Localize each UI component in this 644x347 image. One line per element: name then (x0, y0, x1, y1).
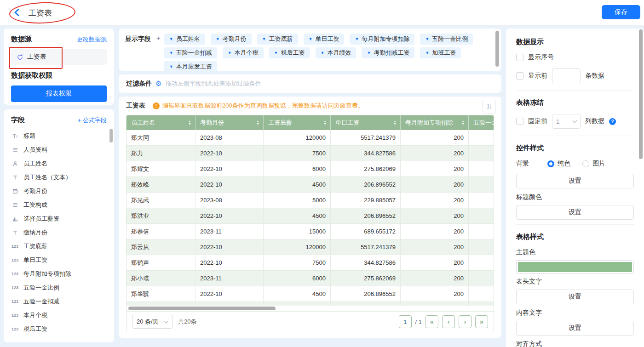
title-color-set-button[interactable]: 设置 (516, 205, 634, 220)
first-page-button[interactable]: « (426, 315, 438, 328)
table-cell: 2022-10 (196, 255, 264, 270)
table-row[interactable]: 郑力2022-107500344.827586200 (126, 146, 494, 161)
sort-carets-icon[interactable]: ▲▼ (461, 120, 465, 125)
table-cell: 2022-10 (196, 161, 264, 176)
change-datasource-link[interactable]: 更改数据源 (77, 35, 107, 44)
display-field-tag[interactable]: ▼本月绩效 (316, 47, 356, 58)
next-page-button[interactable]: › (459, 315, 472, 328)
sort-carets-icon[interactable]: ▲▼ (323, 120, 327, 125)
list-icon (11, 147, 19, 153)
field-item[interactable]: 考勤月份 (4, 184, 114, 198)
table-cell: 郑肇骥 (126, 286, 196, 301)
sort-icon[interactable]: 1↓ (482, 100, 496, 114)
field-item[interactable]: 123单日工资 (4, 253, 114, 267)
save-button[interactable]: 保存 (602, 5, 640, 19)
field-item[interactable]: 人员资料 (4, 143, 114, 157)
page-size-select[interactable]: 20 条/页 (132, 315, 172, 329)
show-index-checkbox[interactable] (516, 54, 523, 61)
filter-panel: 过滤条件 ⚙ 拖动左侧字段到此处来添加过滤条件 (119, 74, 501, 93)
image-label: 图片 (592, 159, 605, 168)
display-field-tag[interactable]: ▼工资底薪 (257, 34, 298, 45)
divider (516, 224, 634, 225)
sort-carets-icon[interactable]: ▲▼ (393, 120, 397, 125)
content-text-set-button[interactable]: 设置 (516, 321, 634, 336)
table-row[interactable]: 郑耀文2022-106000275.862069200 (126, 161, 494, 177)
field-item[interactable]: 123本月个税 (4, 308, 114, 322)
field-item[interactable]: 工资构成 (4, 198, 114, 212)
display-field-tag[interactable]: ▼五险一金比例 (420, 34, 473, 45)
display-field-tag[interactable]: ▼五险一金扣减 (164, 47, 217, 58)
table-cell: 200 (401, 286, 469, 301)
show-first-checkbox[interactable] (516, 72, 523, 80)
image-radio[interactable] (582, 160, 589, 167)
table-cell: 2022-10 (196, 146, 264, 161)
column-header[interactable]: 工资底薪▲▼ (264, 115, 331, 130)
field-item[interactable]: 选择员工薪资 (4, 212, 114, 226)
last-page-button[interactable]: » (475, 315, 488, 328)
page-size-value: 20 条/页 (137, 318, 159, 326)
table-row[interactable]: 郑鹤声2022-107500344.827586200 (126, 255, 494, 271)
field-label: 工资构成 (23, 201, 47, 209)
theme-color-picker[interactable] (516, 260, 634, 274)
show-first-count-input[interactable] (552, 68, 581, 83)
field-item[interactable]: 标题 (4, 129, 114, 143)
column-label: 考勤月份 (200, 119, 224, 127)
display-field-tag[interactable]: ▼考勤月份 (211, 34, 252, 45)
display-field-tag[interactable]: ▼本月应发工资 (164, 61, 217, 71)
table-row[interactable]: 郑云从2022-101200005517.241379200 (126, 239, 494, 255)
background-set-button[interactable]: 设置 (516, 174, 634, 188)
table-row[interactable]: 郑肇骥2022-104500206.896552200 (126, 286, 494, 302)
display-fields-scrollbar[interactable] (495, 31, 499, 67)
page-number-input[interactable]: 1 (399, 315, 412, 328)
field-item[interactable]: 123税后工资 (4, 322, 114, 336)
column-header[interactable]: 单日工资▲▼ (331, 115, 401, 130)
help-icon[interactable]: ? (609, 118, 616, 125)
style-panel-scrollbar[interactable] (639, 29, 643, 159)
freeze-checkbox[interactable] (516, 118, 523, 125)
header-text-set-button[interactable]: 设置 (516, 290, 634, 304)
sort-carets-icon[interactable]: ▲▼ (256, 120, 259, 125)
display-field-tag[interactable]: ▼本月个税 (223, 47, 264, 58)
field-item[interactable]: 123工资底薪 (4, 239, 114, 253)
field-item[interactable]: 123每月附加专项扣除 (4, 267, 114, 281)
table-row[interactable]: 郑洪业2022-104500206.896552200 (126, 208, 494, 224)
column-header[interactable]: 员工姓名▲▼ (126, 115, 196, 130)
field-label: 缴纳月份 (23, 228, 47, 237)
red-ellipse-annotation (9, 1, 76, 25)
column-header[interactable]: 考勤月份▲▼ (196, 115, 264, 130)
tag-label: 本月个税 (235, 49, 259, 57)
table-cell: 200 (401, 271, 469, 286)
display-field-tag[interactable]: ▼加班工资 (420, 47, 461, 58)
column-header[interactable]: 每月附加专项扣除▲▼ (401, 115, 469, 130)
table-row[interactable]: 郑效峰2022-104500206.896552200 (126, 177, 494, 193)
datasource-item[interactable]: 工资表 (11, 49, 107, 65)
gear-icon[interactable]: ⚙ (155, 80, 161, 88)
formula-field-link[interactable]: + 公式字段 (78, 116, 107, 125)
field-item[interactable]: 123五险一金比例 (4, 281, 114, 295)
table-row[interactable]: 郑大同2023-081200005517.241379200 (126, 130, 494, 146)
add-display-field-button[interactable]: + (155, 34, 161, 66)
display-field-tag[interactable]: ▼税后工资 (269, 47, 310, 58)
display-field-tag[interactable]: ▼每月附加专项扣除 (350, 34, 414, 45)
field-item[interactable]: 员工姓名 (4, 157, 114, 171)
field-label: 单日工资 (23, 256, 47, 264)
table-cell (331, 302, 401, 306)
fields-scrollbar[interactable] (109, 129, 113, 142)
report-permission-button[interactable]: 报表权限 (11, 85, 107, 102)
display-field-tag[interactable]: ▼考勤扣减工资 (362, 47, 414, 58)
chevron-down-icon (164, 319, 169, 324)
table-row[interactable]: 郑慕倩2023-1115000689.655172200 (126, 224, 494, 239)
field-item[interactable]: 员工姓名（文本） (4, 171, 114, 184)
freeze-count-select[interactable]: 1 (552, 114, 581, 129)
display-field-tag[interactable]: ▼单日工资 (304, 34, 345, 45)
column-header[interactable]: 五险一金▲▼ (469, 115, 494, 130)
table-row[interactable]: 郑小瑛2023-116000275.862069200 (126, 271, 494, 286)
solid-color-radio[interactable] (547, 160, 554, 167)
display-field-tag[interactable]: ▼员工姓名 (164, 34, 205, 45)
field-item[interactable]: 123五险一金扣减 (4, 295, 114, 308)
sort-carets-icon[interactable]: ▲▼ (188, 120, 191, 125)
field-item[interactable]: 缴纳月份 (4, 226, 114, 239)
table-row[interactable]: 郑光武2023-085000229.885057200 (126, 193, 494, 208)
horizontal-scrollbar[interactable] (128, 307, 276, 310)
prev-page-button[interactable]: ‹ (442, 315, 455, 328)
